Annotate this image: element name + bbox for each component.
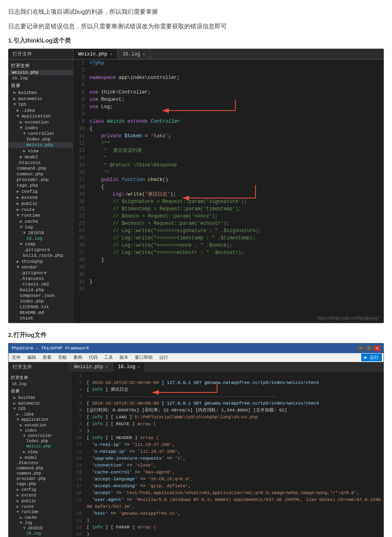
close-weixin-log[interactable]: ✕ [105,364,108,369]
menu-file[interactable]: 文件 [10,354,22,361]
log-line-16: 16 'accept-language' => 'zh-CN,zh;q=0.9'… [71,476,383,483]
sidebar-application[interactable]: ▼application [9,113,73,119]
log-sidebar-runtime[interactable]: ▼runtime [9,509,71,515]
menu-tools[interactable]: 工具 [102,354,115,361]
menu-refactor[interactable]: 代码 [87,354,99,361]
sidebar-htaccess[interactable]: .htaccess [9,160,73,166]
sidebar-htaccess2[interactable]: .htaccess [9,276,73,281]
sidebar-temp[interactable]: ▼temp [9,241,73,247]
sidebar-config[interactable]: ▶config [9,188,73,194]
log-sidebar-index-php[interactable]: Index.php [9,439,71,444]
sidebar-16-log-tree[interactable]: 16.log [9,236,73,241]
code-line-18: 18 { [73,183,383,191]
menu-code[interactable]: 重构 [72,354,84,361]
sidebar-model[interactable]: ▶model [9,154,73,160]
log-sidebar-htaccess[interactable]: .htaccess [9,460,71,466]
log-sidebar-extend[interactable]: ▶extend [9,492,71,498]
close-btn[interactable]: ✕ [374,345,380,351]
log-tab-weixin[interactable]: Weixin.php ✕ [69,362,113,372]
sidebar-cache[interactable]: ▶cache [9,218,73,224]
sidebar-kuizhan[interactable]: ▶kuizhan [9,90,73,96]
tab-16-log[interactable]: 16.log ✕ [118,49,151,59]
log-sidebar-log[interactable]: ▼log [9,520,71,526]
close-16log[interactable]: ✕ [137,364,140,369]
ide-tabs-1[interactable]: Weixin.php ✕ 16.log ✕ [73,49,383,59]
sidebar-log[interactable]: ▼log [9,224,73,230]
code-line-23: 23 // $echostr = Request::param('echostr… [73,220,383,227]
sidebar-automatic[interactable]: ▶automatic [9,96,73,102]
log-sidebar-route[interactable]: ▶route [9,504,71,509]
log-tabs[interactable]: Weixin.php ✕ 16.log ✕ [69,362,145,372]
log-tab-16log[interactable]: 16.log ✕ [113,362,145,372]
log-sidebar-controller[interactable]: ▼controller [9,433,71,439]
log-sidebar-exception[interactable]: ▶exception [9,422,71,428]
log-sidebar-16log-tree[interactable]: 16.log [9,531,71,536]
sidebar-route[interactable]: ▶route [9,207,73,213]
log-sidebar-application[interactable]: ▼application [9,417,71,422]
sidebar-public[interactable]: ▶public [9,200,73,207]
minimize-btn[interactable]: — [358,345,364,351]
sidebar-gitignore[interactable]: .gitignore [9,247,73,253]
log-sidebar-config[interactable]: ▶config [9,487,71,492]
log-sidebar-provider[interactable]: provider.php [9,476,71,482]
sidebar-16-log[interactable]: 16.log [9,75,73,81]
sidebar-tags-php[interactable]: tags.php [9,183,73,188]
sidebar-build-route[interactable]: build_route.php [9,253,73,258]
maximize-btn[interactable]: □ [366,345,372,351]
sidebar-view[interactable]: ▶view [9,148,73,154]
log-sidebar-weixin-php[interactable]: Weixin.php [9,444,71,449]
menu-view[interactable]: 查看 [41,354,53,361]
sidebar-travis[interactable]: .travis.yml [9,281,73,287]
sidebar-gitignore2[interactable]: .gitignore [9,270,73,276]
menu-help[interactable]: 运行 [158,354,170,361]
log-sidebar-idea[interactable]: ▶.idea [9,411,71,417]
sidebar-index-php2[interactable]: index.php [9,298,73,304]
sidebar-vendor[interactable]: ▼vendor [9,264,73,270]
sidebar-tp5[interactable]: ▼tp5 [9,102,73,107]
log-open-files: 打开文件 [9,362,69,372]
tab-close-log[interactable]: ✕ [143,51,145,57]
log-sidebar-command[interactable]: command.php [9,466,71,471]
log-sidebar-view[interactable]: ▶view [9,449,71,455]
sidebar-exception[interactable]: ▶exception [9,119,73,125]
sidebar-index-php[interactable]: Index.php [9,136,73,142]
menu-edit[interactable]: 编辑 [26,354,38,361]
log-sidebar-cache[interactable]: ▶cache [9,515,71,520]
sidebar-idea[interactable]: ▶.idea [9,107,73,113]
log-sidebar-model[interactable]: ▶model [9,455,71,460]
sidebar-extend[interactable]: ▶extend [9,194,73,200]
log-lines: 1 2 [ 2018-10-16T10:32:08+08:00 ] 127.0.… [71,373,383,537]
sidebar-composer[interactable]: composer.json [9,293,73,298]
sidebar-license[interactable]: LICENSE.txt [9,304,73,310]
code-line-6: 6 use Request; [73,96,383,103]
sidebar-think[interactable]: think [9,315,73,321]
log-sidebar-kuizhan[interactable]: ▶kuizhan [9,395,71,401]
log-sidebar-tags[interactable]: tags.php [9,482,71,487]
tab-weixin-php[interactable]: Weixin.php ✕ [73,49,118,59]
sidebar-build-php[interactable]: build.php [9,287,73,293]
menu-navigate[interactable]: 导航 [56,354,68,361]
sidebar-provider-php[interactable]: provider.php [9,177,73,183]
sidebar-index[interactable]: ▼index [9,125,73,131]
sidebar-command-php[interactable]: command.php [9,166,73,171]
window-controls[interactable]: — □ ✕ [358,345,380,351]
log-sidebar-16log[interactable]: 16.log [9,381,71,387]
menu-vcs[interactable]: 版本 [118,354,130,361]
sidebar-controller[interactable]: ▼controller [9,131,73,136]
sidebar-thinkphp[interactable]: ▶thinkphp [9,258,73,264]
sidebar-common-php[interactable]: common.php [9,171,73,177]
log-sidebar-common[interactable]: common.php [9,471,71,476]
log-sidebar-index[interactable]: ▼index [9,428,71,433]
sidebar-runtime[interactable]: ▼runtime [9,213,73,218]
sidebar-readme[interactable]: README.md [9,310,73,315]
run-button[interactable]: ▶ 运行 [361,354,382,361]
menu-window[interactable]: 窗口帮助 [133,354,154,361]
log-sidebar-tp5[interactable]: ▼tp5 [9,406,71,411]
log-sidebar-201810[interactable]: ▼201810 [9,526,71,531]
log-sidebar-automatic[interactable]: ▶automatic [9,401,71,406]
sidebar-weixin-php[interactable]: Weixin.php [9,70,73,75]
log-sidebar-public[interactable]: ▶public [9,498,71,504]
sidebar-weixin-php-tree[interactable]: Weixin.php [9,142,73,148]
tab-close-weixin[interactable]: ✕ [110,51,113,57]
sidebar-201810[interactable]: ▼201810 [9,230,73,236]
